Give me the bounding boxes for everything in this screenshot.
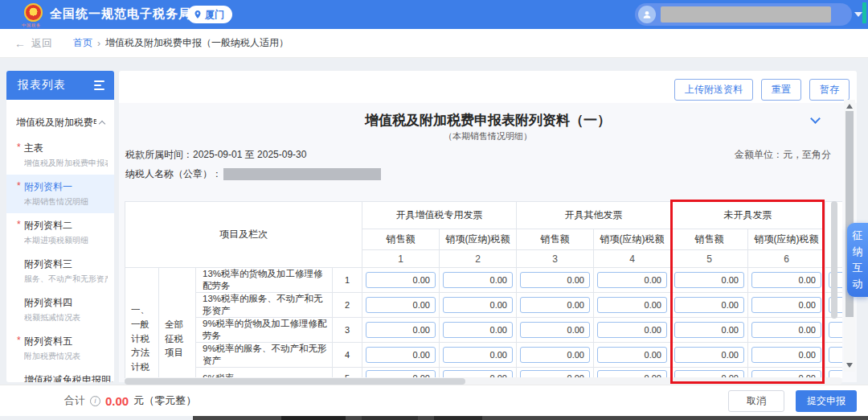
tax-interaction-floating-tab[interactable]: 征 纳 互 动 [847,223,868,297]
save-draft-button[interactable]: 暂存 [809,79,850,101]
sidebar-group-row[interactable]: 增值税及附加税费申报... [6,100,114,136]
sidebar-item-appendix-4[interactable]: 附列资料四 税额抵减情况表 [6,290,114,329]
chevron-up-icon [99,121,105,127]
breadcrumb: ← 返回 首页 › 增值税及附加税费申报（一般纳税人适用） [0,29,868,58]
table-horizontal-scrollbar[interactable] [125,377,842,385]
location-pill[interactable]: 厦门 [187,6,232,23]
sidebar-item-title: 附列资料四 [24,296,108,310]
amount-input[interactable] [366,347,436,363]
amount-input[interactable] [674,297,744,313]
required-asterisk: * [17,335,21,346]
col-header-output-tax: 销项(应纳)税额 [440,229,517,250]
report-list-sidebar: 报表列表 增值税及附加税费申报... * 主表 增值税及附加税费申报表 * 附列… [6,71,114,382]
col-header-sales: 销售额 [362,229,440,250]
amount-input[interactable] [443,272,513,288]
sidebar-item-subtitle: 服务、不动产和无形资产扣. [24,274,108,285]
amount-input[interactable] [751,272,821,288]
submit-declaration-button[interactable]: 提交申报 [796,390,857,412]
amount-input[interactable] [520,347,590,363]
footer-bar: 合计 i 0.00 元（零元整） 取消 提交申报 [0,385,868,416]
sidebar-item-appendix-3[interactable]: 附列资料三 服务、不动产和无形资产扣. [6,252,114,290]
info-icon[interactable]: i [90,396,100,406]
amount-input[interactable] [520,272,590,288]
amount-input[interactable] [829,347,842,363]
sidebar-item-appendix-1[interactable]: * 附列资料一 本期销售情况明细 [6,175,114,213]
amount-input[interactable] [366,322,436,338]
scroll-up-arrow-icon[interactable] [846,104,853,109]
sidebar-item-title: 附列资料五 [24,335,108,348]
col-number: 5 [671,250,748,268]
amount-input[interactable] [674,347,744,363]
amount-input[interactable] [520,322,590,338]
table-horizontal-scrollbar-thumb[interactable] [125,378,465,385]
sidebar-header: 报表列表 [6,71,114,100]
sidebar-item-tax-reduction[interactable]: 增值税减免税申报明... [6,368,114,382]
upload-attachments-button[interactable]: 上传附送资料 [674,79,753,101]
col-number: 3 [517,250,594,268]
table-vertical-scrollbar-thumb[interactable] [831,201,837,319]
reset-button[interactable]: 重置 [761,79,801,101]
amount-input[interactable] [829,322,842,338]
amount-input[interactable] [597,322,667,338]
col-header-output-tax: 销项(应纳)税额 [748,229,825,250]
amount-input[interactable] [751,297,821,313]
user-dropdown-caret-icon[interactable] [854,12,862,17]
total-label: 合计 [64,393,85,408]
total-value: 0.00 [105,394,129,408]
amount-input[interactable] [751,322,821,338]
form-content: 增值税及附加税费申报表附列资料（一） （本期销售情况明细） 税款所属时间：202… [119,103,857,382]
row-number: 4 [333,343,362,368]
amount-input[interactable] [674,272,744,288]
sidebar-item-appendix-2[interactable]: * 附列资料二 本期进项税额明细 [6,213,114,252]
tax-period-line: 税款所属时间：2025-09-01 至 2025-09-30 [125,148,306,162]
amount-input[interactable] [674,322,744,338]
cancel-button[interactable]: 取消 [728,390,784,412]
col-header-sales: 销售额 [671,229,748,250]
sidebar-group-label: 增值税及附加税费申报... [16,116,96,130]
col-number: 6 [748,250,825,268]
amount-input[interactable] [597,297,667,313]
amount-input[interactable] [520,297,590,313]
total-suffix: 元（零元整） [133,393,196,408]
tax-period-value: 2025-09-01 至 2025-09-30 [193,149,306,160]
top-header-bar: 中国税务 全国统一规范电子税务局 厦门 [0,0,868,29]
amount-input[interactable] [443,297,513,313]
collapse-sidebar-icon[interactable] [94,80,104,90]
amount-input[interactable] [597,272,667,288]
sidebar-item-subtitle: 本期进项税额明细 [24,235,108,246]
sidebar-item-subtitle: 税额抵减情况表 [24,312,108,323]
amount-input[interactable] [751,347,821,363]
scroll-down-arrow-icon[interactable] [846,363,853,368]
table-row: 13%税率的服务、不动产和无形资产 2 [125,293,843,318]
required-asterisk: * [17,219,21,230]
form-subtitle: （本期销售情况明细） [119,130,857,142]
location-label: 厦门 [205,8,224,22]
required-asterisk: * [17,142,21,153]
app-title: 全国统一规范电子税务局 [50,6,191,22]
sidebar-item-title: 附列资料二 [24,219,108,233]
col-number: 2 [440,250,517,268]
back-arrow-icon[interactable]: ← [14,37,26,50]
table-row: 6%税率 5 [125,368,843,379]
tax-bureau-emblem-icon [24,3,43,22]
amount-input[interactable] [366,272,436,288]
row-number: 3 [333,318,362,343]
amount-input[interactable] [443,322,513,338]
breadcrumb-home-link[interactable]: 首页 [73,36,92,50]
sidebar-item-title: 附列资料一 [24,180,108,194]
sidebar-item-title: 增值税减免税申报明... [24,373,108,382]
amount-input[interactable] [597,347,667,363]
taxpayer-line: 纳税人名称（公章）： [125,167,381,181]
sidebar-item-subtitle: 增值税及附加税费申报表 [24,158,108,169]
table-row: 9%税率的服务、不动产和无形资产 4 [125,343,843,368]
amount-input[interactable] [366,297,436,313]
taskbar-strip [193,416,868,420]
sidebar-item-appendix-5[interactable]: * 附列资料五 附加税费情况表 [6,329,114,368]
amount-input[interactable] [443,347,513,363]
back-button[interactable]: 返回 [31,36,52,51]
page: { "colors": { "brand_blue": "#3d7ee8", "… [0,0,868,420]
group-header-other-invoice: 开具其他发票 [517,202,671,229]
col-header-output-tax: 销项(应纳)税额 [594,229,671,250]
user-account-pill[interactable] [635,3,852,26]
sidebar-item-main-form[interactable]: * 主表 增值税及附加税费申报表 [6,136,114,175]
